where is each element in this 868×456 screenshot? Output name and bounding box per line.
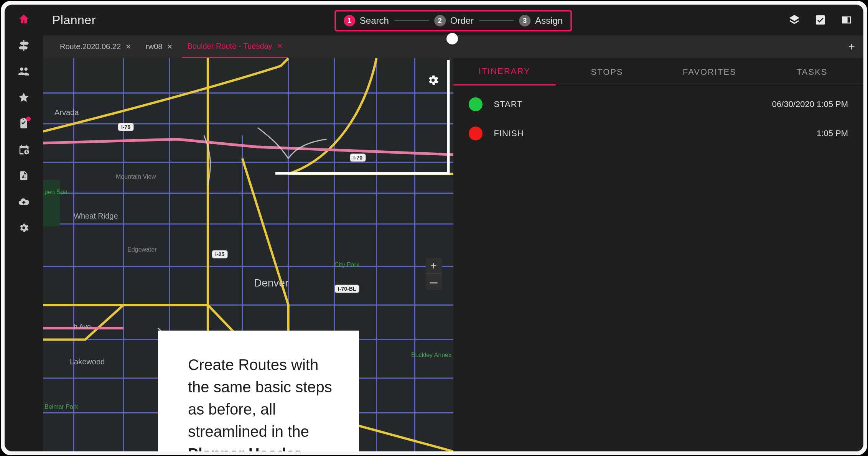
cloud-upload-icon	[18, 196, 30, 208]
map-settings-button[interactable]	[427, 74, 440, 88]
zoom-in-button[interactable]: +	[426, 258, 442, 274]
gear-icon	[427, 74, 440, 87]
calendar-clock-icon	[18, 144, 30, 155]
callout-line: the same basic steps	[188, 379, 332, 395]
map-shield-i76: I-76	[118, 123, 134, 131]
sidebar-signpost[interactable]	[16, 38, 31, 53]
layers-button[interactable]	[787, 12, 802, 28]
callout: Create Routes with the same basic steps …	[158, 331, 359, 451]
map-park-open: pen Spa	[44, 189, 68, 196]
itinerary-start[interactable]: START 06/30/2020 1:05 PM	[469, 97, 848, 111]
panel-tab-label: TASKS	[797, 67, 828, 77]
route-tab-2[interactable]: Boulder Route - Tuesday ✕	[182, 35, 288, 58]
main: Arvada Mountain View Wheat Ridge Edgewat…	[43, 58, 863, 451]
panel-tab-stops[interactable]: STOPS	[556, 58, 658, 86]
itinerary-label: FINISH	[494, 128, 524, 138]
map-label-h-ave: h Ave.	[74, 323, 93, 331]
step-number: 3	[519, 15, 530, 26]
map-label-edgewater: Edgewater	[127, 246, 157, 253]
sidebar-cloud-upload[interactable]	[16, 194, 31, 209]
checklist-button[interactable]	[813, 12, 828, 28]
map-zoom: + –	[426, 258, 442, 290]
signpost-icon	[18, 39, 30, 51]
map-shield-i25: I-25	[212, 250, 228, 258]
close-icon[interactable]: ✕	[167, 43, 173, 51]
header: Planner 1 Search 2 Order 3 Assign	[43, 5, 863, 35]
itinerary-list: START 06/30/2020 1:05 PM FINISH 1:05 PM	[453, 86, 864, 140]
map-park-buckley: Buckley Annex	[411, 352, 451, 359]
notification-dot-icon	[26, 117, 31, 121]
panel-tab-label: STOPS	[591, 67, 623, 77]
step-label: Assign	[535, 15, 563, 26]
map-shield-i70bl: I-70-BL	[334, 285, 359, 293]
chart-file-icon	[18, 170, 29, 181]
header-right	[787, 5, 854, 35]
map-shield-i70: I-70	[350, 153, 366, 162]
callout-line: Create Routes with	[188, 356, 318, 373]
sidebar-settings[interactable]	[16, 220, 31, 235]
map-label-lakewood: Lakewood	[70, 357, 105, 366]
finish-dot-icon	[469, 127, 483, 140]
gear-icon	[18, 222, 30, 234]
map-label-denver: Denver	[254, 277, 288, 289]
planner-app: Planner 1 Search 2 Order 3 Assign	[5, 5, 863, 451]
callout-line: streamlined in the	[188, 423, 309, 440]
map-park-belmar: Belmar Park	[44, 403, 78, 410]
map-label-wheat-ridge: Wheat Ridge	[74, 212, 118, 221]
page-title: Planner	[52, 13, 96, 27]
itinerary-time: 1:05 PM	[817, 128, 848, 138]
star-icon	[18, 92, 30, 103]
group-icon	[17, 65, 30, 78]
panel-tab-tasks[interactable]: TASKS	[761, 58, 863, 86]
itinerary-label: START	[494, 99, 523, 109]
sidebar	[5, 5, 43, 451]
sidebar-clipboard[interactable]	[16, 116, 31, 131]
route-tab-label: Boulder Route - Tuesday	[187, 42, 272, 51]
route-tab-0[interactable]: Route.2020.06.22 ✕	[54, 35, 137, 58]
callout-line: as before, all	[188, 401, 276, 418]
callout-line-bold: Planner Header	[188, 445, 300, 451]
close-icon[interactable]: ✕	[277, 42, 283, 50]
step-label: Order	[450, 15, 474, 26]
home-icon	[18, 13, 30, 25]
plus-icon: +	[430, 260, 436, 272]
sidebar-calendar[interactable]	[16, 142, 31, 157]
sidebar-chart-file[interactable]	[16, 168, 31, 183]
panel-toggle-icon	[840, 14, 853, 26]
map-label-arvada: Arvada	[54, 108, 79, 117]
svg-rect-19	[43, 180, 60, 227]
step-search[interactable]: 1 Search	[344, 15, 389, 26]
step-assign[interactable]: 3 Assign	[519, 15, 563, 26]
step-number: 1	[344, 15, 355, 26]
step-number: 2	[434, 15, 446, 26]
step-order[interactable]: 2 Order	[434, 15, 474, 26]
add-route-button[interactable]: +	[844, 40, 859, 53]
checkbox-icon	[814, 14, 827, 26]
sidebar-star[interactable]	[16, 90, 31, 105]
right-panel: ITINERARY STOPS FAVORITES TASKS START 06…	[453, 58, 864, 451]
itinerary-time: 06/30/2020 1:05 PM	[772, 99, 848, 109]
layers-icon	[788, 14, 800, 26]
panel-toggle-button[interactable]	[839, 12, 854, 28]
stepper: 1 Search 2 Order 3 Assign	[334, 10, 572, 31]
sidebar-home[interactable]	[16, 12, 31, 27]
panel-tabs: ITINERARY STOPS FAVORITES TASKS	[453, 58, 864, 86]
close-icon[interactable]: ✕	[125, 43, 131, 51]
step-connector	[394, 20, 429, 21]
zoom-out-button[interactable]: –	[426, 274, 442, 290]
route-tab-label: rw08	[146, 42, 162, 51]
itinerary-finish[interactable]: FINISH 1:05 PM	[469, 127, 848, 140]
route-tab-1[interactable]: rw08 ✕	[140, 35, 178, 58]
map-park-city: City Park	[334, 262, 359, 268]
step-label: Search	[360, 15, 389, 26]
panel-tab-itinerary[interactable]: ITINERARY	[453, 58, 556, 86]
step-connector	[479, 20, 514, 21]
panel-tab-favorites[interactable]: FAVORITES	[658, 58, 761, 86]
route-tab-label: Route.2020.06.22	[60, 42, 121, 51]
start-dot-icon	[469, 97, 483, 111]
panel-tab-label: ITINERARY	[479, 66, 530, 76]
panel-tab-label: FAVORITES	[683, 67, 736, 77]
map[interactable]: Arvada Mountain View Wheat Ridge Edgewat…	[43, 58, 453, 451]
map-label-mountain-view: Mountain View	[116, 173, 156, 180]
sidebar-group[interactable]	[16, 64, 31, 79]
